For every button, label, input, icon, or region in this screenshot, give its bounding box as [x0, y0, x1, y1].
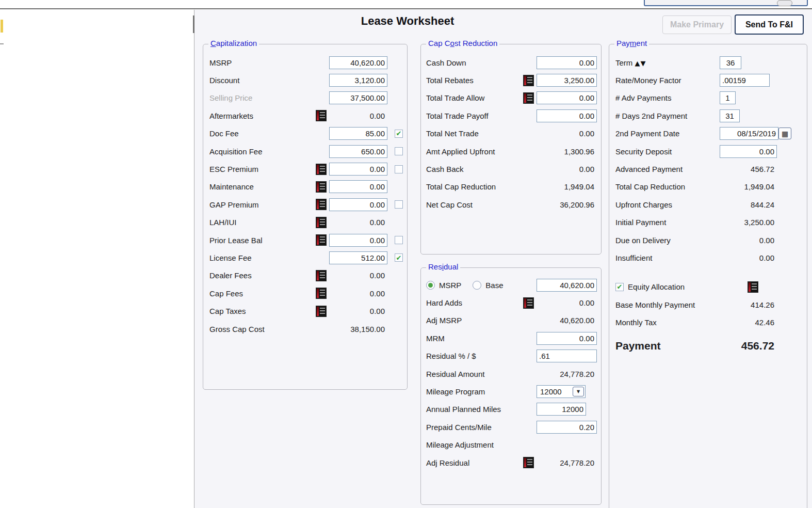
row-amt-applied-upfront: Amt Applied Upfront 1,300.96 [421, 142, 601, 160]
maintenance-detail-icon[interactable] [316, 181, 327, 193]
field-label: Discount [209, 76, 316, 85]
field-label: # Days 2nd Payment [615, 112, 720, 120]
equity-allocation-checkbox[interactable]: ✔ [615, 283, 624, 291]
row-esc-premium: ESC Premium [203, 160, 407, 178]
discount-input[interactable] [329, 74, 387, 87]
prior-lease-bal-detail-icon[interactable] [316, 234, 327, 246]
total-trade-allow-input[interactable] [537, 91, 597, 104]
readonly-value: 414.26 [720, 300, 777, 309]
row-due-on-delivery: Due on Delivery 0.00 [609, 231, 807, 249]
total-trade-allow-detail-icon[interactable] [523, 92, 534, 104]
readonly-value: 0.00 [329, 218, 387, 227]
license-fee-checkbox[interactable]: ✔ [395, 253, 403, 262]
acquisition-fee-checkbox[interactable] [395, 147, 403, 155]
row-msrp: MSRP [203, 54, 407, 71]
msrp-radio[interactable] [426, 281, 435, 290]
cash-down-input[interactable] [537, 56, 597, 69]
readonly-value: 38,150.00 [329, 325, 387, 334]
capitalization-group: Capitalization MSRP Discount Selling Pri… [203, 44, 408, 390]
row-residual-pct: Residual % / $ [421, 347, 601, 365]
prior-lease-bal-checkbox[interactable] [395, 236, 403, 244]
term-up-down-icon[interactable]: ▲▼ [635, 59, 646, 67]
readonly-value: 0.00 [329, 307, 387, 315]
prior-lease-bal-input[interactable] [329, 234, 387, 247]
total-rebates-input[interactable] [537, 74, 597, 87]
cap-fees-detail-icon[interactable] [316, 288, 327, 299]
field-label: Selling Price [209, 93, 316, 102]
cap-cost-reduction-group: Cap Cost Reduction Cash Down Total Rebat… [420, 44, 602, 255]
gap-premium-input[interactable] [329, 198, 387, 211]
hard-adds-detail-icon[interactable] [523, 297, 534, 309]
legend-accesskey: m [630, 39, 637, 47]
text-caret-marker [1, 20, 3, 33]
row-residual-amount: Residual Amount 24,778.20 [421, 365, 601, 383]
days-2nd-payment-input[interactable] [720, 109, 740, 122]
legend-accesskey: o [450, 39, 454, 47]
readonly-value: 0.00 [537, 298, 597, 307]
row-maintenance: Maintenance [203, 178, 407, 196]
row-annual-planned-miles: Annual Planned Miles [421, 401, 601, 418]
row-term: Term ▲▼ [609, 54, 807, 71]
total-rebates-detail-icon[interactable] [523, 75, 534, 86]
annual-planned-miles-input[interactable] [537, 403, 586, 416]
residual-basis-input[interactable] [537, 279, 597, 292]
2nd-payment-date-input[interactable] [720, 127, 778, 140]
field-label: Residual % / $ [426, 352, 523, 360]
esc-premium-checkbox[interactable] [395, 165, 403, 173]
row-dealer-fees: Dealer Fees 0.00 [203, 267, 407, 284]
doc-fee-checkbox[interactable]: ✔ [395, 130, 403, 138]
send-to-fi-button[interactable]: Send To F&I [735, 14, 804, 35]
field-label: Term ▲▼ [615, 58, 720, 67]
field-label: Residual Amount [426, 370, 523, 378]
field-label: LAH/IUI [209, 218, 316, 227]
adj-residual-detail-icon[interactable] [523, 457, 534, 468]
total-trade-payoff-input[interactable] [537, 109, 597, 122]
dealer-fees-detail-icon[interactable] [316, 270, 327, 281]
scrollbar-thumb[interactable] [193, 15, 194, 33]
field-label: Net Cap Cost [426, 200, 523, 209]
prepaid-cents-input[interactable] [537, 421, 597, 434]
field-label: ESC Premium [209, 165, 316, 173]
readonly-value: 36,200.96 [537, 200, 597, 209]
field-label: Monthly Tax [615, 318, 720, 327]
lah-iui-detail-icon[interactable] [316, 217, 327, 228]
truncated-toolbar-button[interactable] [777, 0, 792, 6]
legend-post: st Reduction [454, 39, 497, 47]
adv-payments-input[interactable] [720, 91, 736, 104]
aftermarkets-detail-icon[interactable] [316, 110, 327, 121]
field-label: Doc Fee [209, 129, 316, 138]
security-deposit-input[interactable] [720, 145, 777, 158]
row-advanced-payment: Advanced Payment 456.72 [609, 160, 807, 178]
legend-pre: Cap C [428, 39, 450, 47]
mileage-program-dropdown[interactable]: 12000 ▼ [537, 385, 586, 398]
readonly-value: 0.00 [720, 236, 777, 245]
readonly-value: 844.24 [720, 200, 777, 209]
readonly-value: 0.00 [720, 253, 777, 262]
row-prepaid-cents: Prepaid Cents/Mile [421, 418, 601, 436]
msrp-input[interactable] [329, 56, 387, 69]
license-fee-input[interactable] [329, 251, 387, 264]
term-input[interactable] [720, 56, 741, 69]
msrp-radio-label: MSRP [439, 281, 461, 290]
calendar-icon[interactable]: ▦ [778, 128, 791, 139]
esc-premium-detail-icon[interactable] [316, 164, 327, 175]
row-base-monthly-payment: Base Monthly Payment 414.26 [609, 296, 807, 313]
doc-fee-input[interactable] [329, 127, 387, 140]
base-radio[interactable] [473, 281, 481, 290]
selling-price-input[interactable] [329, 91, 387, 104]
dropdown-arrow-icon[interactable]: ▼ [573, 387, 584, 396]
maintenance-input[interactable] [329, 180, 387, 193]
gap-premium-detail-icon[interactable] [316, 199, 327, 210]
gap-premium-checkbox[interactable] [395, 200, 403, 209]
equity-allocation-detail-icon[interactable] [748, 281, 758, 293]
field-label: Prepaid Cents/Mile [426, 423, 523, 432]
rate-money-factor-input[interactable] [720, 74, 770, 87]
acquisition-fee-input[interactable] [329, 145, 387, 158]
esc-premium-input[interactable] [329, 163, 387, 176]
cap-taxes-detail-icon[interactable] [316, 306, 327, 317]
row-rate-money-factor: Rate/Money Factor [609, 71, 807, 89]
readonly-value: 3,250.00 [720, 218, 777, 227]
residual-pct-input[interactable] [537, 350, 597, 362]
mrm-input[interactable] [537, 332, 597, 345]
field-label: Adj MSRP [426, 316, 523, 325]
